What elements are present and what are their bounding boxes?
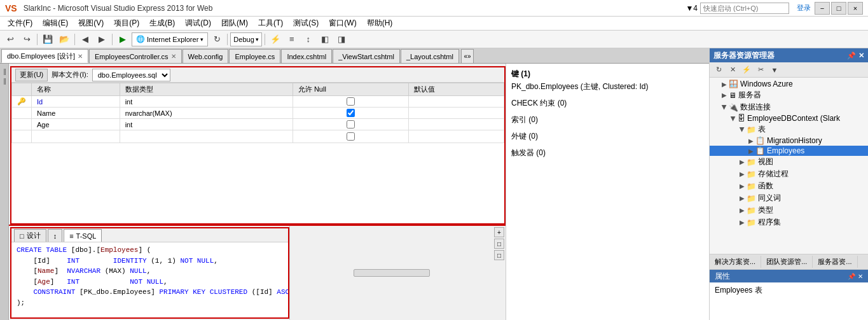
tree-item-server[interactable]: ▶ 🖥 服务器 [710, 89, 868, 101]
sidebar-pin-icon[interactable]: 📌 [847, 52, 856, 60]
tree-item-tables[interactable]: ▶ 📁 表 [710, 123, 868, 136]
minimize-button[interactable]: − [815, 2, 830, 15]
menu-team[interactable]: 团队(M) [216, 17, 253, 30]
tab-design[interactable]: □ 设计 [14, 229, 46, 242]
menu-file[interactable]: 文件(F) [3, 17, 38, 30]
migration-arrow[interactable]: ▶ [747, 137, 755, 144]
menu-window[interactable]: 窗口(W) [324, 17, 361, 30]
null-check-name[interactable] [347, 109, 355, 117]
undo-button[interactable]: ↩ [3, 32, 18, 46]
menu-view[interactable]: 视图(V) [73, 17, 109, 30]
props-close-icon[interactable]: ✕ [858, 273, 863, 280]
menu-debug[interactable]: 调试(D) [180, 17, 216, 30]
quick-launch-input[interactable] [700, 3, 789, 14]
employees-arrow[interactable]: ▶ [747, 148, 755, 155]
col-name-age: Age [32, 119, 120, 130]
debug-config-dropdown[interactable]: Debug ▾ [230, 32, 261, 46]
tree-item-dbcontext[interactable]: ▶ 🗄 EmployeeDBContext (Slark [710, 113, 868, 123]
col-null-name [293, 108, 409, 119]
tab-tsql[interactable]: ≡ T-SQL [64, 229, 102, 242]
restore-button[interactable]: □ [831, 2, 846, 15]
table-row-empty[interactable] [12, 130, 504, 143]
start-button[interactable]: ▶ [115, 32, 130, 46]
tree-item-migration[interactable]: ▶ 📋 MigrationHistory [710, 136, 868, 146]
sidebar-tab-solution[interactable]: 解决方案资... [710, 256, 761, 268]
tb-btn-extra2[interactable]: ≡ [284, 32, 300, 46]
tb-btn-extra4[interactable]: ◧ [317, 32, 333, 46]
save-button[interactable]: 💾 [40, 32, 55, 46]
sidebar-close-icon[interactable]: ✕ [858, 52, 864, 60]
sidebar-tab-team[interactable]: 团队资源管... [761, 256, 813, 268]
functions-arrow[interactable]: ▶ [738, 183, 747, 190]
types-arrow[interactable]: ▶ [738, 207, 747, 214]
tab-overflow[interactable]: «» [461, 49, 474, 63]
tree-item-assemblies[interactable]: ▶ 📁 程序集 [710, 216, 868, 228]
menu-test[interactable]: 测试(S) [288, 17, 324, 30]
tab-web-config[interactable]: Web.config [183, 49, 229, 63]
tree-item-sprocs[interactable]: ▶ 📁 存储过程 [710, 168, 868, 180]
update-button[interactable]: 更新(U) [15, 69, 48, 81]
tables-arrow[interactable]: ▶ [739, 125, 746, 134]
tb-btn-extra1[interactable]: ⚡ [268, 32, 283, 46]
open-button[interactable]: 📂 [57, 32, 72, 46]
tree-item-types[interactable]: ▶ 📁 类型 [710, 204, 868, 216]
assemblies-arrow[interactable]: ▶ [738, 219, 747, 226]
null-check-id[interactable] [347, 97, 355, 106]
table-row[interactable]: Name nvarchar(MAX) [12, 108, 504, 119]
redo-button[interactable]: ↪ [19, 32, 34, 46]
table-row[interactable]: 🔑 Id int [12, 96, 504, 108]
tab-sort[interactable]: ↕ [48, 229, 63, 242]
forward-button[interactable]: ▶ [94, 32, 109, 46]
null-check-age[interactable] [347, 120, 355, 129]
sprocs-arrow[interactable]: ▶ [738, 170, 747, 177]
sidebar-filter-btn[interactable]: ▼ [768, 64, 781, 76]
tb-btn-extra3[interactable]: ↕ [301, 32, 316, 46]
browser-selector[interactable]: 🌐 Internet Explorer ▾ [132, 32, 208, 46]
script-file-select[interactable]: dbo.Employees.sql [92, 69, 170, 81]
menu-help[interactable]: 帮助(H) [362, 17, 398, 30]
tab-index-cshtml[interactable]: Index.cshtml [281, 49, 332, 63]
tab-close-employees[interactable]: ✕ [78, 53, 83, 60]
tree-item-dataconn[interactable]: ▶ 🔌 数据连接 [710, 101, 868, 113]
tree-item-azure[interactable]: ▶ 🪟 Windows Azure [710, 79, 868, 89]
horizontal-scrollbar[interactable] [354, 269, 430, 277]
sidebar-refresh-btn[interactable]: ↻ [712, 64, 725, 76]
table-row[interactable]: Age int [12, 119, 504, 130]
tab-viewstart[interactable]: _ViewStart.cshtml [333, 49, 400, 63]
tree-item-synonyms[interactable]: ▶ 📁 同义词 [710, 192, 868, 204]
props-pin-icon[interactable]: 📌 [848, 273, 855, 280]
null-check-empty[interactable] [347, 132, 355, 141]
tree-item-views[interactable]: ▶ 📁 视图 [710, 156, 868, 168]
server-arrow[interactable]: ▶ [720, 92, 729, 99]
tab-layout[interactable]: _Layout.cshtml [401, 49, 459, 63]
tab-employee-cs[interactable]: Employee.cs [229, 49, 280, 63]
tb-btn-extra5[interactable]: ◨ [334, 32, 349, 46]
col-default-name [409, 108, 504, 119]
menu-edit[interactable]: 编辑(E) [38, 17, 73, 30]
menu-project[interactable]: 项目(P) [109, 17, 144, 30]
views-arrow[interactable]: ▶ [738, 158, 747, 165]
azure-arrow[interactable]: ▶ [720, 81, 729, 88]
synonyms-arrow[interactable]: ▶ [738, 195, 747, 202]
tab-employees-controller[interactable]: EmployeesController.cs ✕ [89, 49, 182, 63]
menu-tools[interactable]: 工具(T) [253, 17, 288, 30]
login-button[interactable]: 登录 [797, 3, 811, 13]
tree-item-employees[interactable]: ▶ 📋 Employees [710, 146, 868, 156]
back-button[interactable]: ◀ [78, 32, 93, 46]
sidebar-tab-server[interactable]: 服务器资... [813, 256, 857, 268]
sidebar-stop-btn[interactable]: ✕ [726, 64, 739, 76]
tab-close-controller[interactable]: ✕ [171, 53, 176, 60]
tree-item-functions[interactable]: ▶ 📁 函数 [710, 180, 868, 192]
close-button[interactable]: × [848, 2, 863, 15]
dbcontext-arrow[interactable]: ▶ [730, 114, 737, 123]
sidebar-connect-btn[interactable]: ⚡ [740, 64, 753, 76]
br-icon-1[interactable]: + [494, 227, 504, 237]
refresh-button[interactable]: ↻ [209, 32, 224, 46]
menu-build[interactable]: 生成(B) [144, 17, 180, 30]
br-icon-3[interactable]: □ [494, 250, 504, 260]
tab-label: dbo.Employees [设计] [7, 52, 75, 61]
br-icon-2[interactable]: □ [494, 239, 504, 249]
dataconn-arrow[interactable]: ▶ [721, 103, 728, 112]
tab-dbo-employees[interactable]: dbo.Employees [设计] ✕ [1, 49, 88, 63]
sidebar-disconnect-btn[interactable]: ✂ [754, 64, 767, 76]
